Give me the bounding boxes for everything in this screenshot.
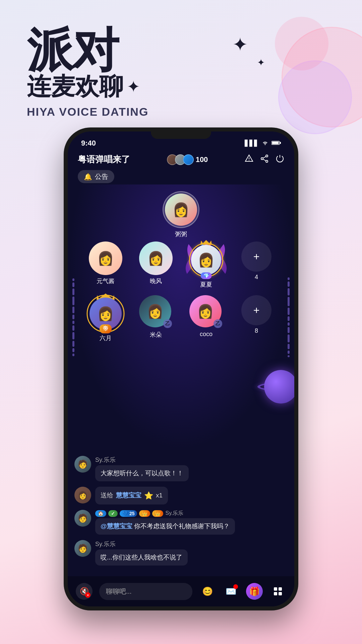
menu-grid-icon: [273, 587, 283, 596]
badge-username: Sy.乐乐: [165, 510, 183, 517]
svg-point-6: [261, 158, 263, 160]
add-seat-btn-8[interactable]: +: [241, 295, 272, 325]
svg-point-4: [249, 160, 249, 161]
chat-message-badges: 🧑 🏠 ✓ 💙 25 👑 👑 Sy.乐乐 @慧慧宝宝: [74, 510, 288, 535]
chat-emoji-3: 🧑: [74, 510, 91, 527]
bottom-bar: 🔇 ✕ 聊聊吧... 😊 ✉️ 🎁: [68, 576, 294, 606]
gift-count: x1: [156, 491, 163, 500]
seat-xiaxia-frame: 👩 💎: [188, 241, 225, 278]
mail-badge-dot: [233, 584, 238, 589]
host-avatar: 👩: [165, 194, 197, 226]
add-icon: +: [253, 251, 260, 263]
mail-button[interactable]: ✉️: [223, 583, 239, 600]
viewer-avatars: [167, 154, 194, 165]
sound-bar: [72, 341, 74, 347]
seat-name-coco: coco: [200, 331, 213, 338]
svg-rect-18: [279, 587, 282, 591]
sound-bar: [72, 332, 74, 339]
wifi-icon: [261, 140, 269, 147]
sound-bars-right: [288, 277, 290, 357]
host-seat[interactable]: 👩 粥粥: [163, 191, 199, 238]
chat-avatar-3: 🧑: [74, 510, 91, 527]
chat-bubble-4: 哎...你们这些人我啥也不说了: [95, 549, 188, 566]
svg-rect-17: [274, 587, 277, 591]
seat-wanfeng[interactable]: 👩 晚风: [134, 241, 178, 288]
chat-input-area[interactable]: 聊聊吧...: [99, 583, 192, 600]
phone-notch: [151, 127, 211, 139]
add-seat-btn[interactable]: +: [241, 241, 272, 272]
mute-x-badge: ✕: [85, 592, 90, 598]
add-seat-4[interactable]: + 4: [235, 241, 278, 288]
seat-coco[interactable]: 👩 乙 coco: [184, 295, 228, 342]
share-icon[interactable]: [260, 154, 269, 165]
chat-area: 🧑 Sy.乐乐 大家想听什么，可以点歌！！ 👩: [68, 450, 294, 577]
status-icons: ▋▋▋: [245, 140, 281, 147]
guests-row-1: 👩 元气酱 👩 晚风: [84, 241, 278, 288]
add-seat-8[interactable]: + 8: [235, 295, 278, 342]
sound-bar: [72, 282, 74, 287]
chat-bubble-3: @慧慧宝宝 你不考虑送我个礼物感谢下我吗？: [95, 518, 235, 535]
svg-rect-1: [272, 142, 279, 144]
seat-name-yuqi: 元气酱: [97, 277, 115, 285]
bg-decoration-2: [278, 60, 352, 134]
sound-bar: [72, 288, 74, 295]
diamond-badge: 💎: [201, 272, 212, 279]
chat-avatar-4: 🧑: [74, 540, 91, 557]
emoji-button[interactable]: 😊: [199, 583, 216, 600]
phone-mockup: 9:40 ▋▋▋: [64, 127, 298, 617]
alert-icon[interactable]: [245, 154, 253, 165]
chat-bubble-gift: 送给 慧慧宝宝 ⭐ x1: [95, 487, 168, 504]
sound-bar: [288, 344, 290, 349]
sub-title-row: 连麦欢聊 ✦: [27, 70, 148, 103]
add-seat-count-4: 4: [255, 274, 258, 281]
gift-row: 送给 慧慧宝宝 ⭐ x1: [101, 490, 163, 501]
header-action-icons[interactable]: [245, 154, 284, 165]
seat-xiaxia[interactable]: 👩 💎 夏夏: [184, 241, 228, 288]
sound-bar: [72, 278, 74, 281]
chat-message-gift: 👩 送给 慧慧宝宝 ⭐ x1: [74, 487, 288, 504]
notice-button[interactable]: 🔔 公告: [78, 170, 114, 183]
phone-outer: 9:40 ▋▋▋: [64, 127, 298, 610]
seat-avatar-yuqi: 👩: [89, 241, 122, 275]
seat-miduo[interactable]: 👩 乙 米朵: [134, 295, 178, 342]
chat-content-1: Sy.乐乐 大家想听什么，可以点歌！！: [95, 456, 288, 482]
sound-bar: [288, 308, 290, 315]
chat-username-1: Sy.乐乐: [95, 456, 288, 464]
main-title-big: 派对: [27, 27, 148, 74]
badge-crown-1: 👑: [139, 510, 150, 517]
gift-button[interactable]: 🎁: [246, 583, 263, 600]
mention-text: 你不考虑送我个礼物感谢下我吗？: [134, 523, 230, 530]
chat-message-1: 🧑 Sy.乐乐 大家想听什么，可以点歌！！: [74, 456, 288, 482]
status-time: 9:40: [81, 139, 96, 148]
svg-point-5: [266, 155, 268, 157]
miduo-badge: 乙: [163, 319, 172, 328]
sound-bar: [288, 288, 290, 296]
guests-row-2: 帝 👩 六月 👩 乙: [84, 295, 278, 342]
emperor-badge: 帝: [100, 324, 112, 333]
chat-emoji-gift: 👩: [74, 487, 91, 503]
seat-name-wanfeng: 晚风: [150, 277, 162, 285]
power-icon[interactable]: [276, 154, 284, 165]
emoji-icon: 😊: [202, 586, 213, 597]
seat-name-miduo: 米朵: [150, 331, 162, 339]
sound-bar: [288, 355, 290, 357]
sound-bar: [288, 327, 290, 333]
battery-icon: [272, 140, 281, 147]
hero-section: 派对 连麦欢聊 ✦ HIYA VOICE DATING: [27, 27, 148, 118]
chat-emoji-4: 🧑: [74, 540, 91, 557]
send-text: 送给: [101, 491, 113, 500]
menu-button[interactable]: [269, 583, 286, 600]
mute-button[interactable]: 🔇 ✕: [76, 583, 93, 600]
sound-bar: [72, 354, 74, 356]
badge-crown-2: 👑: [152, 510, 163, 517]
add-seat-count-8: 8: [255, 327, 258, 334]
phone-screen: 9:40 ▋▋▋: [68, 131, 294, 606]
svg-rect-19: [274, 592, 277, 595]
gift-star-icon: ⭐: [144, 490, 153, 501]
seat-yuqi[interactable]: 👩 元气酱: [84, 241, 127, 288]
seat-liuyue[interactable]: 帝 👩 六月: [84, 295, 127, 342]
chat-content-gift: 送给 慧慧宝宝 ⭐ x1: [95, 487, 288, 504]
sparkle-icon-inline: ✦: [127, 77, 140, 96]
host-avatar-ring: 👩: [163, 191, 199, 228]
sound-bar: [288, 322, 290, 326]
